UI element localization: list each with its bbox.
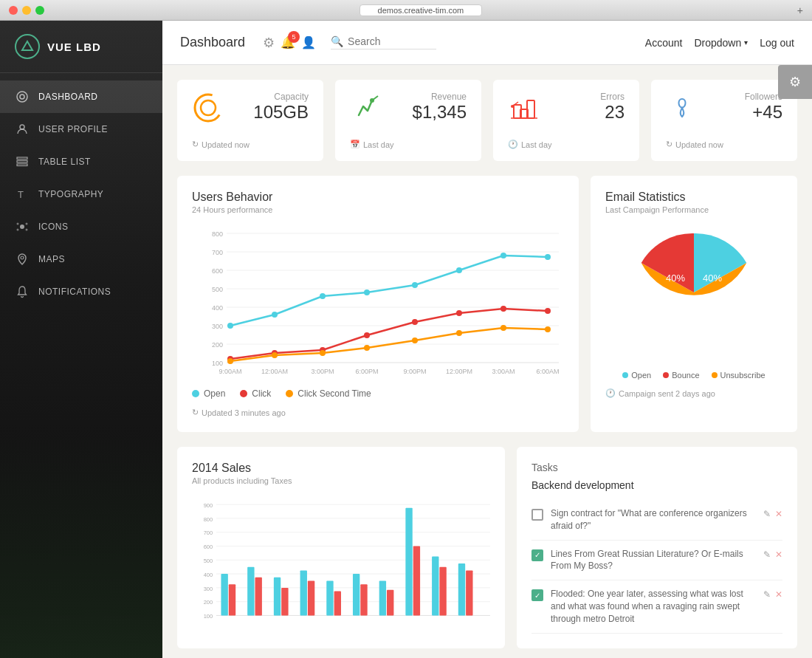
stat-value-capacity: 105GB: [253, 102, 309, 123]
sidebar-item-table-list[interactable]: Table List: [0, 145, 162, 178]
search-input[interactable]: [348, 35, 436, 47]
sidebar-item-maps-label: Maps: [38, 254, 65, 264]
legend-open-dot: [192, 390, 199, 397]
svg-point-67: [364, 345, 370, 351]
svg-text:3:00PM: 3:00PM: [311, 368, 334, 374]
svg-text:100: 100: [204, 613, 213, 620]
sidebar-item-notifications[interactable]: Notifications: [0, 275, 162, 308]
legend-open-label: Open: [204, 388, 225, 399]
errors-icon: [508, 92, 540, 131]
stat-label-revenue: Revenue: [413, 92, 467, 102]
topbar-icons: ⚙ 🔔 5 👤: [263, 35, 316, 51]
svg-rect-99: [300, 570, 307, 615]
svg-point-60: [412, 319, 418, 325]
svg-rect-4: [17, 157, 27, 160]
maps-icon: [15, 252, 30, 267]
pie-unsub-label: Unsubscribe: [720, 371, 765, 380]
pie-bounce-label: Bounce: [672, 371, 699, 380]
task-checkbox-3[interactable]: ✓: [531, 589, 543, 601]
sidebar-item-user-profile[interactable]: User Profile: [0, 113, 162, 145]
topbar-right: Account Dropdown ▾ Log out: [645, 37, 794, 49]
task-actions-3: ✎ ✕: [763, 589, 782, 600]
email-stats-footer: 🕐 Campaign sent 2 days ago: [605, 388, 782, 398]
svg-text:20%: 20%: [684, 309, 703, 321]
users-behavior-card: Users Behavior 24 Hours performance: [177, 176, 579, 432]
users-behavior-footer: ↻ Updated 3 minutes ago: [192, 408, 564, 417]
line-chart-legend: Open Click Click Second Time: [192, 388, 564, 399]
svg-rect-95: [247, 567, 254, 616]
search-bar[interactable]: 🔍: [331, 35, 436, 49]
tasks-title: Tasks: [531, 462, 782, 473]
stats-row: Capacity 105GB ↻ Updated now: [177, 80, 797, 161]
sidebar-logo: VUE LBD: [0, 21, 162, 73]
svg-point-8: [20, 225, 24, 229]
close-button[interactable]: [9, 6, 18, 15]
task-delete-3[interactable]: ✕: [775, 589, 782, 600]
svg-text:400: 400: [212, 304, 223, 312]
stat-value-errors: 23: [600, 102, 625, 123]
minimize-button[interactable]: [22, 6, 31, 15]
settings-icon[interactable]: ⚙: [263, 35, 275, 51]
dropdown-menu[interactable]: Dropdown ▾: [694, 37, 748, 49]
svg-text:200: 200: [212, 341, 223, 349]
notifications-icon: [15, 284, 30, 299]
calendar-icon: 📅: [350, 140, 360, 149]
svg-rect-5: [17, 161, 27, 163]
sidebar-item-typography[interactable]: T Typography: [0, 178, 162, 210]
new-tab-button[interactable]: +: [797, 4, 803, 16]
svg-text:200: 200: [204, 599, 213, 606]
maximize-button[interactable]: [35, 6, 44, 15]
sidebar-item-maps[interactable]: Maps: [0, 243, 162, 275]
svg-text:300: 300: [204, 586, 213, 592]
svg-text:600: 600: [212, 267, 223, 275]
svg-rect-100: [308, 580, 314, 615]
url-bar[interactable]: demos.creative-tim.com: [359, 4, 483, 16]
logout-link[interactable]: Log out: [760, 37, 794, 49]
svg-text:6:00AM: 6:00AM: [536, 368, 559, 374]
stat-footer-capacity: ↻ Updated now: [192, 140, 309, 149]
task-checkbox-1[interactable]: [531, 509, 543, 521]
sidebar-item-dashboard[interactable]: Dashboard: [0, 80, 162, 113]
stat-info-revenue: Revenue $1,345: [413, 92, 467, 123]
main-content: Dashboard ⚙ 🔔 5 👤 🔍 Account Dropdown ▾: [162, 21, 812, 658]
task-edit-2[interactable]: ✎: [763, 549, 771, 560]
stat-info-errors: Errors 23: [600, 92, 625, 123]
svg-point-52: [412, 282, 418, 288]
email-stats-subtitle: Last Campaign Performance: [605, 205, 782, 214]
icons-icon: [15, 219, 30, 234]
pie-legend-open: Open: [622, 371, 651, 380]
pie-legend-unsubscribe: Unsubscribe: [712, 371, 765, 380]
svg-point-69: [456, 330, 462, 336]
svg-text:700: 700: [212, 249, 223, 256]
sidebar-item-dashboard-label: Dashboard: [38, 92, 98, 102]
stat-value-followers: +45: [745, 102, 782, 123]
user-profile-icon: [15, 122, 30, 137]
user-avatar-icon[interactable]: 👤: [301, 35, 316, 49]
task-edit-1[interactable]: ✎: [763, 509, 771, 519]
sidebar-item-icons[interactable]: Icons: [0, 210, 162, 243]
stat-card-header-followers: Followers +45: [666, 92, 782, 131]
svg-rect-106: [387, 590, 393, 616]
email-stats-card: Email Statistics Last Campaign Performan…: [591, 176, 797, 432]
window-controls: [9, 6, 44, 15]
svg-text:40%: 40%: [703, 273, 722, 284]
task-checkbox-2[interactable]: ✓: [531, 549, 543, 561]
dropdown-label: Dropdown: [694, 37, 741, 49]
svg-rect-101: [326, 580, 333, 615]
svg-text:500: 500: [212, 286, 223, 293]
task-edit-3[interactable]: ✎: [763, 589, 771, 600]
svg-text:12:00PM: 12:00PM: [446, 368, 472, 374]
svg-point-2: [20, 95, 24, 99]
task-delete-2[interactable]: ✕: [775, 549, 782, 560]
svg-rect-111: [458, 563, 465, 615]
settings-panel-button[interactable]: ⚙: [778, 65, 812, 99]
refresh-chart-icon: ↻: [192, 408, 199, 417]
chevron-down-icon: ▾: [744, 38, 748, 47]
task-item-3: ✓ Flooded: One year later, assessing wha…: [531, 580, 782, 633]
stat-card-revenue: Revenue $1,345 📅 Last day: [335, 80, 481, 161]
task-item-1: Sign contract for "What are conference o…: [531, 500, 782, 541]
stat-card-followers: Followers +45 ↻ Updated now: [651, 80, 797, 161]
account-link[interactable]: Account: [645, 37, 683, 49]
task-delete-1[interactable]: ✕: [775, 509, 782, 519]
notification-bell-icon[interactable]: 🔔 5: [281, 35, 295, 49]
